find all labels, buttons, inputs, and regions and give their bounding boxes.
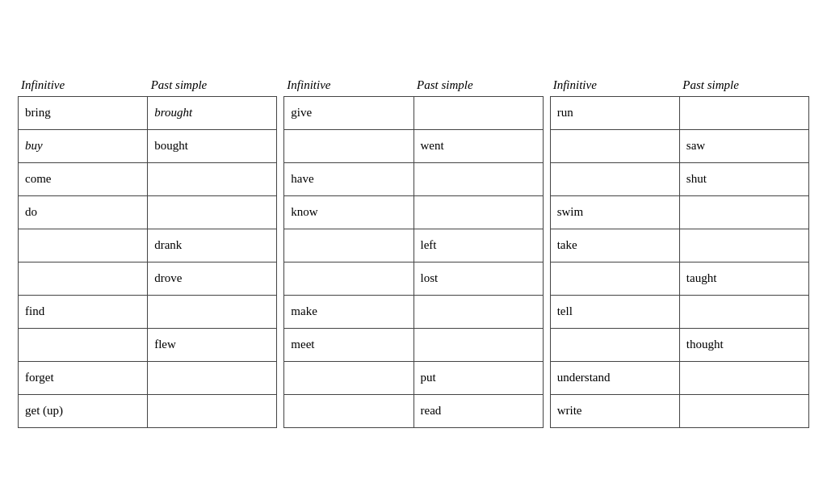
cell-infinitive bbox=[551, 262, 680, 295]
cell-past-simple bbox=[680, 196, 808, 229]
table-row: drank bbox=[19, 229, 276, 262]
cell-past-simple bbox=[148, 362, 276, 394]
cell-past-simple: drove bbox=[148, 262, 276, 295]
cell-past-simple bbox=[680, 362, 808, 394]
header-past-simple: Past simple bbox=[679, 77, 809, 94]
cell-infinitive: tell bbox=[551, 296, 680, 328]
table-row: put bbox=[284, 362, 542, 395]
header-past-simple: Past simple bbox=[414, 77, 544, 94]
table-row: do bbox=[19, 196, 276, 229]
cell-past-simple: flew bbox=[148, 329, 276, 361]
cell-infinitive: forget bbox=[19, 362, 148, 394]
column-group-1: InfinitivePast simplebringbroughtbuyboug… bbox=[18, 77, 277, 428]
cell-infinitive bbox=[284, 395, 414, 427]
cell-past-simple: left bbox=[414, 229, 543, 262]
table-row: thought bbox=[551, 329, 808, 362]
cell-infinitive bbox=[551, 130, 680, 162]
table-row: swim bbox=[551, 196, 808, 229]
cell-past-simple: thought bbox=[680, 329, 808, 361]
table-row: shut bbox=[551, 163, 808, 196]
cell-infinitive: meet bbox=[284, 329, 414, 361]
table-row: bringbrought bbox=[19, 97, 276, 130]
cell-past-simple bbox=[414, 296, 543, 328]
cell-infinitive bbox=[284, 262, 414, 295]
cell-past-simple bbox=[414, 163, 543, 195]
cell-past-simple bbox=[414, 329, 543, 361]
cell-infinitive: take bbox=[551, 229, 680, 262]
cell-past-simple: read bbox=[414, 395, 543, 427]
cell-infinitive: have bbox=[284, 163, 414, 195]
cell-infinitive: get (up) bbox=[19, 395, 148, 427]
table-1: bringbroughtbuyboughtcomedodrankdrovefin… bbox=[18, 96, 277, 428]
cell-infinitive: understand bbox=[551, 362, 680, 394]
table-row: know bbox=[284, 196, 542, 229]
cell-infinitive: know bbox=[284, 196, 414, 229]
cell-past-simple: saw bbox=[680, 130, 808, 162]
table-2: givewenthaveknowleftlostmakemeetputread bbox=[283, 96, 543, 428]
table-row: come bbox=[19, 163, 276, 196]
cell-infinitive: buy bbox=[19, 130, 148, 162]
cell-infinitive bbox=[284, 130, 414, 162]
column-headers-1: InfinitivePast simple bbox=[18, 77, 277, 96]
table-row: take bbox=[551, 229, 808, 262]
column-group-3: InfinitivePast simplerunsawshutswimtaket… bbox=[550, 77, 809, 428]
cell-infinitive: do bbox=[19, 196, 148, 229]
cell-infinitive: give bbox=[284, 97, 414, 129]
cell-infinitive: write bbox=[551, 395, 680, 427]
cell-past-simple: brought bbox=[148, 97, 276, 129]
cell-infinitive bbox=[19, 329, 148, 361]
header-past-simple: Past simple bbox=[148, 77, 278, 94]
cell-infinitive bbox=[551, 163, 680, 195]
cell-past-simple bbox=[680, 229, 808, 262]
column-headers-2: InfinitivePast simple bbox=[283, 77, 543, 96]
main-table: InfinitivePast simplebringbroughtbuyboug… bbox=[18, 77, 809, 428]
table-row: understand bbox=[551, 362, 808, 395]
cell-infinitive: swim bbox=[551, 196, 680, 229]
cell-past-simple bbox=[414, 97, 543, 129]
table-row: have bbox=[284, 163, 542, 196]
cell-infinitive bbox=[284, 229, 414, 262]
cell-infinitive: make bbox=[284, 296, 414, 328]
table-row: meet bbox=[284, 329, 542, 362]
cell-past-simple bbox=[680, 296, 808, 328]
table-row: taught bbox=[551, 262, 808, 296]
cell-past-simple bbox=[148, 163, 276, 195]
table-row: read bbox=[284, 395, 542, 427]
cell-infinitive: find bbox=[19, 296, 148, 328]
table-row: get (up) bbox=[19, 395, 276, 427]
cell-past-simple: went bbox=[414, 130, 543, 162]
cell-past-simple bbox=[680, 97, 808, 129]
header-infinitive: Infinitive bbox=[283, 77, 414, 94]
table-row: flew bbox=[19, 329, 276, 362]
cell-infinitive bbox=[551, 329, 680, 361]
table-row: left bbox=[284, 229, 542, 262]
table-row: make bbox=[284, 296, 542, 329]
page-wrapper: InfinitivePast simplebringbroughtbuyboug… bbox=[18, 77, 809, 428]
cell-infinitive bbox=[284, 362, 414, 394]
cell-infinitive bbox=[19, 229, 148, 262]
cell-past-simple bbox=[414, 196, 543, 229]
table-row: saw bbox=[551, 130, 808, 163]
cell-past-simple: put bbox=[414, 362, 543, 394]
table-3: runsawshutswimtaketaughttellthoughtunder… bbox=[550, 96, 809, 428]
table-row: give bbox=[284, 97, 542, 130]
table-row: write bbox=[551, 395, 808, 427]
table-row: forget bbox=[19, 362, 276, 395]
table-row: run bbox=[551, 97, 808, 130]
header-infinitive: Infinitive bbox=[18, 77, 148, 94]
cell-infinitive bbox=[19, 262, 148, 295]
cell-infinitive: bring bbox=[19, 97, 148, 129]
column-group-2: InfinitivePast simplegivewenthaveknowlef… bbox=[283, 77, 543, 428]
cell-past-simple: taught bbox=[680, 262, 808, 295]
table-row: went bbox=[284, 130, 542, 163]
cell-past-simple bbox=[148, 395, 276, 427]
column-headers-3: InfinitivePast simple bbox=[550, 77, 809, 96]
table-row: find bbox=[19, 296, 276, 329]
cell-past-simple: shut bbox=[680, 163, 808, 195]
cell-past-simple bbox=[148, 296, 276, 328]
table-row: buybought bbox=[19, 130, 276, 163]
cell-infinitive: run bbox=[551, 97, 680, 129]
cell-past-simple: bought bbox=[148, 130, 276, 162]
table-row: tell bbox=[551, 296, 808, 329]
cell-past-simple bbox=[680, 395, 808, 427]
